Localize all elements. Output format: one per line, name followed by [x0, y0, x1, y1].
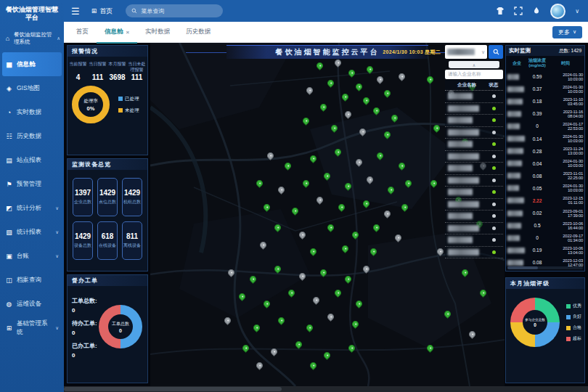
company-row[interactable] — [445, 103, 503, 115]
company-row[interactable] — [445, 91, 503, 103]
map-pin[interactable] — [433, 123, 442, 133]
realtime-row[interactable]: 0.282023-11-24 13:00:00 — [506, 145, 584, 158]
map-pin[interactable] — [248, 274, 258, 284]
company-row[interactable] — [445, 211, 503, 223]
map-pin[interactable] — [298, 230, 307, 240]
map-pin[interactable] — [354, 82, 364, 91]
map-pin[interactable] — [425, 343, 435, 353]
map-pin[interactable] — [290, 206, 300, 216]
sidebar-item-实时数据[interactable]: ◔实时数据 — [0, 100, 64, 124]
company-row[interactable] — [445, 223, 503, 235]
map-pin[interactable] — [319, 102, 328, 112]
device-stat-box[interactable]: 618在线设备 — [97, 221, 118, 260]
sidebar-group-system[interactable]: ⌂ 餐饮油烟监控管理系统 ∧ — [0, 26, 64, 51]
company-row[interactable] — [445, 127, 503, 139]
fullscreen-icon[interactable] — [514, 7, 523, 15]
map-pin[interactable] — [344, 110, 354, 119]
company-search-button[interactable] — [489, 45, 503, 59]
realtime-row[interactable]: 2.222023-12-15 01:11:00 — [506, 195, 584, 207]
sidebar-item-预警管理[interactable]: ⚑预警管理 — [0, 172, 64, 196]
sidebar-item-基础管理系统[interactable]: ⊞基础管理系统∨ — [0, 316, 64, 340]
sidebar-item-站点报表[interactable]: ▤站点报表 — [0, 148, 64, 172]
realtime-row[interactable]: 0.022023-09-01 17:39:00 — [506, 207, 584, 219]
map-pin[interactable] — [305, 323, 314, 332]
menu-search-input[interactable]: 菜单查询 — [126, 4, 223, 17]
horizontal-scrollbar[interactable] — [64, 386, 588, 392]
map-pin[interactable] — [301, 179, 311, 188]
map-pin[interactable] — [365, 65, 375, 74]
map-pin[interactable] — [344, 274, 354, 284]
map-pin[interactable] — [337, 203, 346, 212]
realtime-row[interactable]: 0.52023-10-06 16:44:00 — [506, 219, 584, 232]
map-pin[interactable] — [383, 130, 392, 139]
map-pin[interactable] — [266, 151, 275, 160]
realtime-row[interactable]: 0.592024-01-30 10:03:00 — [506, 70, 584, 83]
map-pin[interactable] — [467, 330, 477, 339]
map-pin[interactable] — [333, 147, 343, 157]
map-pin[interactable] — [383, 89, 392, 98]
realtime-row[interactable]: 0.192023-10-06 13:04:00 — [506, 244, 584, 256]
realtime-row[interactable]: 0.042024-01-30 10:03:00 — [506, 158, 584, 170]
map-pin[interactable] — [224, 316, 233, 325]
realtime-row[interactable]: 02024-01-17 22:53:00 — [506, 120, 584, 132]
map-pin[interactable] — [390, 113, 399, 123]
map-pin[interactable] — [294, 340, 303, 350]
map-pin[interactable] — [358, 127, 367, 136]
map-pin[interactable] — [309, 361, 318, 370]
map-pin[interactable] — [383, 209, 392, 219]
realtime-row[interactable]: 0.052024-01-30 10:03:00 — [506, 182, 584, 195]
map-pin[interactable] — [256, 361, 265, 370]
map-pin[interactable] — [333, 288, 343, 298]
map-pin[interactable] — [351, 230, 360, 240]
map-pin[interactable] — [262, 203, 271, 212]
notification-icon[interactable] — [532, 7, 541, 15]
device-stat-box[interactable]: 1429设备总数 — [73, 221, 93, 260]
map-canvas[interactable]: 餐饮油烟智能监控云平台 2024/1/30 10:03 星期二 ∨ ∧ 请输入企… — [150, 42, 505, 386]
map-pin[interactable] — [258, 240, 268, 250]
sidebar-item-信息舱[interactable]: ▦信息舱 — [2, 52, 62, 76]
company-name-input[interactable]: 请输入企业名称 — [445, 70, 503, 79]
map-pin[interactable] — [397, 161, 407, 171]
map-pin[interactable] — [237, 292, 247, 301]
tab-历史数据[interactable]: 历史数据 — [178, 22, 219, 44]
tab-首页[interactable]: 首页 — [68, 22, 97, 44]
home-breadcrumb[interactable]: ⊞ 首页 — [91, 7, 113, 16]
collapse-handle[interactable]: ∧ — [449, 61, 499, 68]
tab-实时数据[interactable]: 实时数据 — [137, 22, 178, 44]
map-pin[interactable] — [322, 171, 332, 181]
map-pin[interactable] — [354, 299, 364, 309]
map-pin[interactable] — [277, 316, 286, 325]
map-pin[interactable] — [333, 58, 343, 68]
map-pin[interactable] — [273, 223, 282, 232]
map-pin[interactable] — [273, 264, 282, 274]
close-icon[interactable]: × — [126, 29, 130, 36]
map-pin[interactable] — [284, 161, 293, 171]
map-pin[interactable] — [362, 264, 371, 274]
avatar[interactable] — [550, 4, 565, 19]
sidebar-item-台账[interactable]: ▣台账∨ — [0, 244, 64, 268]
map-pin[interactable] — [287, 288, 296, 298]
company-row[interactable] — [445, 115, 503, 127]
realtime-row[interactable]: 0.182023-11-10 03:45:00 — [506, 95, 584, 107]
map-pin[interactable] — [241, 343, 250, 353]
map-pin[interactable] — [312, 295, 322, 305]
map-pin[interactable] — [375, 75, 385, 85]
sidebar-item-统计报表[interactable]: ▧统计报表∨ — [0, 220, 64, 244]
map-pin[interactable] — [362, 199, 371, 208]
map-pin[interactable] — [369, 248, 378, 257]
map-pin[interactable] — [404, 179, 413, 188]
map-pin[interactable] — [436, 248, 445, 257]
map-pin[interactable] — [354, 158, 364, 167]
realtime-row[interactable]: 0.082023-11-01 22:25:00 — [506, 170, 584, 182]
sidebar-item-运维设备[interactable]: ◍运维设备 — [0, 292, 64, 316]
map-pin[interactable] — [362, 96, 371, 105]
realtime-scrollbar[interactable] — [507, 266, 583, 269]
chevron-down-icon[interactable]: ∨ — [575, 8, 579, 15]
map-pin[interactable] — [386, 185, 396, 195]
realtime-row[interactable]: 0.142024-01-30 10:03:00 — [506, 132, 584, 144]
map-pin[interactable] — [365, 175, 375, 184]
sidebar-item-统计分析[interactable]: ◩统计分析∨ — [0, 196, 64, 220]
map-pin[interactable] — [443, 309, 452, 319]
sidebar-item-历史数据[interactable]: ☷历史数据 — [0, 124, 64, 148]
map-pin[interactable] — [330, 123, 339, 133]
